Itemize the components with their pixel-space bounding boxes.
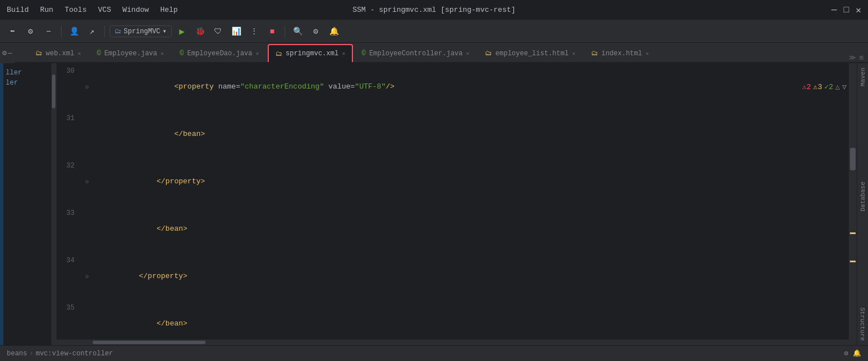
- tab-close-employee-controller[interactable]: ✕: [466, 50, 469, 57]
- error-count: ⚠2: [802, 82, 811, 91]
- settings-button[interactable]: ⚙: [308, 24, 324, 39]
- code-line-35: 35 </bean>: [56, 300, 849, 340]
- status-right: ⚙ 🔔: [844, 349, 861, 358]
- tab-label-employee-java: Employee.java: [104, 50, 158, 58]
- menu-bar[interactable]: Build Run Tools VCS Window Help: [7, 6, 178, 14]
- fold-icon-34[interactable]: ◇: [85, 273, 89, 280]
- error-indicators-30: ⚠2 ⚠3 ✓2 △ ▽: [802, 63, 849, 111]
- line-gutter-31: [81, 111, 93, 158]
- tab-label-employee-controller: EmployeeController.java: [369, 50, 463, 58]
- menu-help[interactable]: Help: [160, 6, 178, 14]
- tab-more-icon[interactable]: m: [860, 54, 863, 62]
- tab-web-xml[interactable]: 🗂 web.xml ✕: [28, 44, 88, 62]
- profile-button[interactable]: 📊: [228, 24, 244, 39]
- tab-close-employee-dao[interactable]: ✕: [256, 50, 259, 57]
- run-configuration[interactable]: 🗂 SpringMVC ▾: [110, 25, 172, 37]
- sidebar-labels: ller ler: [0, 63, 56, 87]
- window-controls[interactable]: — □ ✕: [831, 5, 861, 16]
- scroll-rail-warning: [850, 232, 856, 234]
- code-editor[interactable]: 30 ◇ <property name="characterEncoding" …: [56, 63, 849, 345]
- menu-vcs[interactable]: VCS: [98, 6, 111, 14]
- tab-icon-employee-dao: ©: [180, 50, 184, 58]
- stop-button[interactable]: ■: [264, 24, 280, 39]
- left-gutter-bar: [0, 63, 3, 345]
- chevron-down-icon[interactable]: ▽: [842, 82, 847, 91]
- tab-label-springmvc-xml: springmvc.xml: [286, 50, 339, 58]
- tab-label-web-xml: web.xml: [46, 50, 74, 58]
- chevron-up-icon[interactable]: △: [835, 82, 840, 91]
- sidebar-scrollbar[interactable]: [51, 63, 56, 345]
- tab-icon-employee-java: ©: [97, 50, 101, 58]
- tab-settings-icon[interactable]: ⚙: [2, 49, 7, 58]
- code-line-31: 31 </bean>: [56, 111, 849, 158]
- breadcrumb: beans › mvc:view-controller: [7, 350, 113, 358]
- tab-index-html[interactable]: 🗂 index.html ✕: [584, 44, 656, 62]
- code-scroll[interactable]: 30 ◇ <property name="characterEncoding" …: [56, 63, 849, 340]
- tab-employee-dao[interactable]: © EmployeeDao.java ✕: [172, 44, 266, 62]
- menu-build[interactable]: Build: [7, 6, 29, 14]
- tab-springmvc-xml[interactable]: 🗂 springmvc.xml ✕: [268, 44, 354, 62]
- coverage-button[interactable]: 🛡: [210, 24, 226, 39]
- main-layout: ller ler 30 ◇ <property name="characterE…: [0, 63, 868, 345]
- scroll-thumb-rail[interactable]: [850, 148, 856, 170]
- search-button[interactable]: 🔍: [290, 24, 306, 39]
- debug-button[interactable]: 🐞: [192, 24, 208, 39]
- code-line-30: 30 ◇ <property name="characterEncoding" …: [56, 63, 849, 111]
- toolbar-avatar[interactable]: 👤: [66, 24, 82, 39]
- tab-close-all-icon[interactable]: —: [8, 49, 12, 58]
- tab-close-index-html[interactable]: ✕: [645, 50, 649, 57]
- tab-label-employee-dao: EmployeeDao.java: [187, 50, 252, 58]
- database-panel-label[interactable]: Database: [857, 177, 868, 216]
- tab-bar: ⚙ — 🗂 web.xml ✕ © Employee.java ✕ © Empl…: [0, 43, 868, 63]
- window-title: SSM - springmvc.xml [spring-mvc-rest]: [352, 6, 516, 14]
- code-line-33: 33 </bean>: [56, 205, 849, 253]
- menu-window[interactable]: Window: [123, 6, 149, 14]
- fold-icon-30[interactable]: ◇: [85, 83, 89, 90]
- line-gutter-33: [81, 205, 93, 253]
- tab-close-springmvc-xml[interactable]: ✕: [342, 50, 345, 57]
- menu-run[interactable]: Run: [40, 6, 53, 14]
- tab-overflow-icon[interactable]: ≫: [849, 54, 856, 62]
- run-config-label: SpringMVC: [124, 28, 160, 36]
- tab-close-employee-java[interactable]: ✕: [160, 50, 164, 57]
- line-content-35: </bean>: [93, 300, 849, 340]
- toolbar-minus[interactable]: −: [41, 24, 56, 39]
- horizontal-scroll-thumb: [93, 341, 206, 344]
- run-config-dropdown-icon[interactable]: ▾: [163, 27, 167, 36]
- line-content-34: </property>: [93, 253, 849, 300]
- status-settings-icon[interactable]: ⚙: [844, 349, 848, 358]
- tab-employee-controller[interactable]: © EmployeeController.java ✕: [354, 44, 477, 62]
- menu-tools[interactable]: Tools: [64, 6, 86, 14]
- toolbar-back[interactable]: ⬅: [5, 24, 20, 39]
- tab-icon-web-xml: 🗂: [36, 49, 42, 58]
- close-button[interactable]: ✕: [856, 5, 861, 16]
- minimize-button[interactable]: —: [831, 5, 837, 15]
- toolbar: ⬅ ⚙ − 👤 ↗ 🗂 SpringMVC ▾ ▶ 🐞 🛡 📊 ⋮ ■ 🔍 ⚙ …: [0, 20, 868, 43]
- notifications-button[interactable]: 🔔: [326, 24, 342, 39]
- status-notifications-icon[interactable]: 🔔: [853, 349, 861, 358]
- line-number-32: 32: [56, 158, 81, 205]
- more-run-button[interactable]: ⋮: [246, 24, 262, 39]
- toolbar-settings[interactable]: ⚙: [23, 24, 38, 39]
- right-panel-spacer2: [857, 216, 868, 302]
- tab-icon-employee-controller: ©: [361, 50, 365, 58]
- breadcrumb-separator: ›: [29, 350, 33, 358]
- line-number-30: 30: [56, 63, 81, 111]
- fold-icon-32[interactable]: ◇: [85, 178, 89, 185]
- scroll-rail: [849, 63, 857, 345]
- maven-panel-label[interactable]: Maven: [857, 63, 868, 91]
- tab-employee-list-html[interactable]: 🗂 employee_list.html ✕: [478, 44, 583, 62]
- tab-close-employee-list-html[interactable]: ✕: [572, 50, 575, 57]
- maximize-button[interactable]: □: [844, 5, 849, 15]
- structure-panel-label[interactable]: Structure: [857, 303, 868, 345]
- tab-employee-java[interactable]: © Employee.java ✕: [89, 44, 171, 62]
- tab-close-web-xml[interactable]: ✕: [77, 50, 81, 57]
- horizontal-scrollbar[interactable]: [56, 340, 849, 345]
- run-button[interactable]: ▶: [174, 24, 190, 39]
- title-bar: Build Run Tools VCS Window Help SSM - sp…: [0, 0, 868, 20]
- line-content-32: </property>: [93, 158, 849, 205]
- toolbar-arrow[interactable]: ↗: [84, 24, 100, 39]
- sidebar-label-1: ller: [6, 69, 56, 77]
- line-gutter-34: ◇: [81, 253, 93, 300]
- tab-icon-employee-list-html: 🗂: [485, 49, 492, 58]
